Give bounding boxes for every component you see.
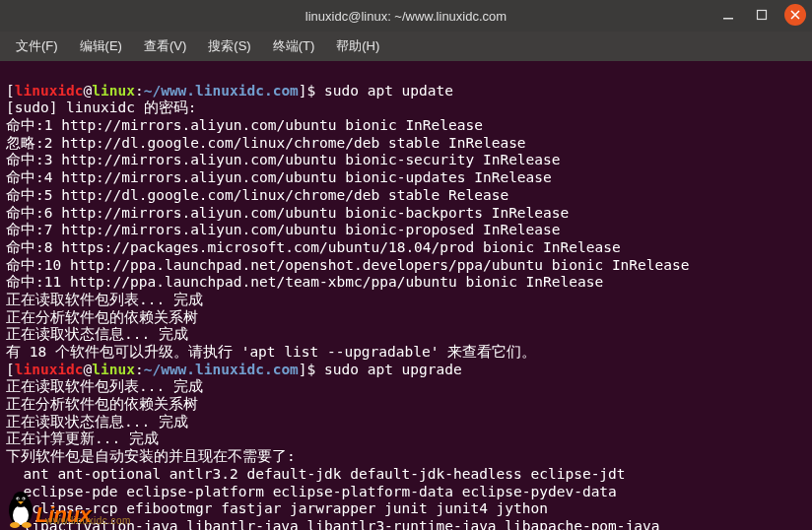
prompt-user: linuxidc [15,362,84,377]
menu-view[interactable]: 查看(V) [136,33,194,59]
output-line: 正在分析软件包的依赖关系树 [6,396,198,412]
maximize-button[interactable] [751,4,773,26]
menubar: 文件(F) 编辑(E) 查看(V) 搜索(S) 终端(T) 帮助(H) [0,32,812,61]
output-line: 命中:3 http://mirrors.aliyun.com/ubuntu bi… [6,152,561,167]
maximize-icon [756,9,768,21]
minimize-icon [722,9,734,21]
prompt-user: linuxidc [15,83,84,99]
output-line: 正在读取状态信息... 完成 [6,326,188,342]
prompt-path: ~/www.linuxidc.com [144,83,299,99]
output-line: 有 18 个软件包可以升级。请执行 'apt list --upgradable… [6,344,536,360]
minimize-button[interactable] [717,4,739,26]
output-line: eclipse-rcp efibootmgr fastjar jarwrappe… [6,500,548,516]
command-text: sudo apt upgrade [315,362,461,377]
output-line: 忽略:2 http://dl.google.com/linux/chrome/d… [6,135,526,151]
output-line: [sudo] linuxidc 的密码: [6,99,196,115]
command-text: sudo apt update [315,83,453,99]
output-line: ant ant-optional antlr3.2 default-jdk de… [6,466,626,482]
output-line: 命中:6 http://mirrors.aliyun.com/ubuntu bi… [6,205,569,221]
output-line: 正在读取软件包列表... 完成 [6,292,203,307]
output-line: 命中:11 http://ppa.launchpad.net/team-xbmc… [6,274,603,290]
prompt-path: ~/www.linuxidc.com [144,362,299,377]
output-line: eclipse-pde eclipse-platform eclipse-pla… [6,484,617,499]
window-controls [717,4,806,26]
svg-rect-0 [723,18,733,20]
menu-file[interactable]: 文件(F) [8,33,66,59]
close-icon [790,10,800,20]
menu-search[interactable]: 搜索(S) [200,33,258,59]
close-button[interactable] [784,4,806,26]
output-line: 正在读取软件包列表... 完成 [6,378,203,394]
output-line: 下列软件包是自动安装的并且现在不需要了: [6,448,296,464]
menu-edit[interactable]: 编辑(E) [72,33,130,59]
terminal-output[interactable]: [linuxidc@linux:~/www.linuxidc.com]$ sud… [0,61,812,530]
window-title: linuxidc@linux: ~/www.linuxidc.com [305,9,507,24]
output-line: 正在计算更新... 完成 [6,431,159,446]
menu-terminal[interactable]: 终端(T) [265,33,323,59]
output-line: 命中:10 http://ppa.launchpad.net/openshot.… [6,257,689,273]
menu-help[interactable]: 帮助(H) [328,33,387,59]
output-line: 命中:5 http://dl.google.com/linux/chrome/d… [6,187,508,203]
output-line: 正在分析软件包的依赖关系树 [6,309,198,325]
svg-rect-1 [758,11,767,20]
output-line: 命中:8 https://packages.microsoft.com/ubun… [6,239,621,255]
output-line: 命中:4 http://mirrors.aliyun.com/ubuntu bi… [6,169,552,185]
prompt-host: linux [92,83,135,99]
titlebar: linuxidc@linux: ~/www.linuxidc.com [0,0,812,32]
output-line: libactivation-java libantlr-java libantl… [6,518,659,530]
output-line: 命中:1 http://mirrors.aliyun.com/ubuntu bi… [6,117,483,133]
prompt-host: linux [92,362,135,377]
output-line: 正在读取状态信息... 完成 [6,414,188,430]
output-line: 命中:7 http://mirrors.aliyun.com/ubuntu bi… [6,222,561,237]
